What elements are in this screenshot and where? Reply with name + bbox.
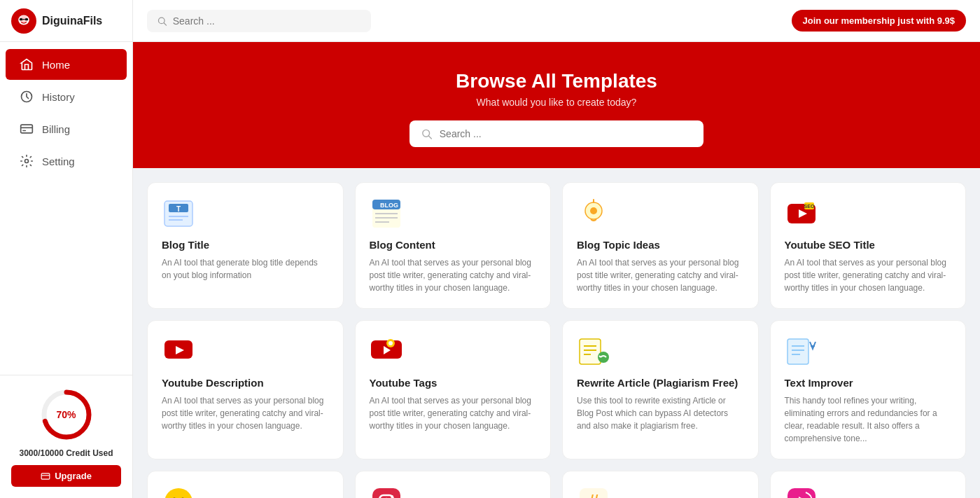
- card-desc-blog-title: An AI tool that generate blog title depe…: [162, 256, 329, 282]
- svg-rect-7: [21, 125, 33, 133]
- billing-icon: [20, 122, 34, 136]
- logo-text: DiguinaFils: [42, 15, 102, 27]
- template-card-instagram-hashtag[interactable]: # Instagram Hash Tag Generator An AI too…: [562, 471, 759, 498]
- card-title-youtube-tags: Youtube Tags: [370, 377, 537, 389]
- template-card-instagram-reel[interactable]: Instagram Post/Reel Idea An AI tool that…: [770, 471, 967, 498]
- sidebar-item-setting[interactable]: Setting: [6, 146, 127, 177]
- card-title-youtube-desc: Youtube Description: [162, 377, 329, 389]
- template-card-youtube-desc[interactable]: Youtube Description An AI tool that serv…: [147, 320, 344, 459]
- card-title-blog-content: Blog Content: [370, 239, 537, 251]
- svg-point-57: [164, 488, 192, 498]
- svg-rect-45: [580, 339, 601, 364]
- main-area: Join our membership just with 9.9$ Brows…: [133, 0, 980, 498]
- svg-point-50: [598, 352, 609, 363]
- svg-point-63: [391, 495, 393, 498]
- card-icon-youtube-desc: [162, 335, 195, 368]
- sidebar-item-home-label: Home: [42, 59, 70, 71]
- template-card-text-improver[interactable]: Text Improver This handy tool refines yo…: [770, 320, 967, 459]
- template-card-blog-content[interactable]: BLOG Blog Content An AI tool that serves…: [355, 182, 552, 309]
- card-icon-instagram-reel: [785, 485, 818, 498]
- card-icon-blog-title: T: [162, 197, 195, 230]
- sidebar-bottom: 70% 3000/10000 Credit Used Upgrade: [0, 375, 132, 498]
- templates-content: T Blog Title An AI tool that generate bl…: [133, 168, 980, 498]
- svg-text:#: #: [588, 490, 599, 498]
- template-card-youtube-seo[interactable]: SEO Youtube SEO Title An AI tool that se…: [770, 182, 967, 309]
- setting-icon: [20, 154, 34, 168]
- card-title-rewrite-article: Rewrite Article (Plagiarism Free): [577, 377, 744, 389]
- card-desc-youtube-seo: An AI tool that serves as your personal …: [785, 256, 952, 294]
- card-icon-blog-topic: [577, 197, 610, 230]
- svg-rect-60: [372, 488, 400, 498]
- card-desc-blog-topic: An AI tool that serves as your personal …: [577, 256, 744, 294]
- sidebar-item-setting-label: Setting: [42, 155, 75, 167]
- home-icon: [20, 57, 34, 71]
- card-icon-blog-content: BLOG: [370, 197, 403, 230]
- card-icon-add-emojis: [162, 485, 195, 498]
- template-card-rewrite-article[interactable]: Rewrite Article (Plagiarism Free) Use th…: [562, 320, 759, 459]
- template-card-add-emojis[interactable]: Add Emojis to Text An AI tool that serve…: [147, 471, 344, 498]
- sidebar-item-home[interactable]: Home: [6, 49, 127, 80]
- hero-search-container[interactable]: [410, 120, 704, 147]
- card-desc-youtube-tags: An AI tool that serves as your personal …: [370, 394, 537, 432]
- card-title-youtube-seo: Youtube SEO Title: [785, 239, 952, 251]
- template-card-blog-title[interactable]: T Blog Title An AI tool that generate bl…: [147, 182, 344, 309]
- logo-icon: [11, 8, 36, 34]
- svg-rect-3: [20, 18, 23, 20]
- svg-rect-4: [25, 18, 29, 20]
- sidebar-item-history-label: History: [42, 91, 75, 103]
- card-icon-youtube-tags: [370, 335, 403, 368]
- hero-search-icon: [421, 127, 433, 140]
- svg-point-34: [590, 207, 597, 214]
- card-desc-text-improver: This handy tool refines your writing, el…: [785, 394, 952, 445]
- history-icon: [20, 90, 34, 104]
- templates-grid: T Blog Title An AI tool that generate bl…: [147, 182, 966, 498]
- card-icon-instagram-hashtag: #: [577, 485, 610, 498]
- card-desc-rewrite-article: Use this tool to rewrite existing Articl…: [577, 394, 744, 432]
- hero-title: Browse All Templates: [147, 70, 966, 92]
- upgrade-icon: [41, 471, 50, 481]
- sidebar-item-history[interactable]: History: [6, 81, 127, 112]
- svg-line-18: [429, 136, 432, 139]
- logo: DiguinaFils: [0, 0, 132, 42]
- credit-ring: 70%: [38, 387, 94, 443]
- svg-text:T: T: [176, 205, 181, 213]
- template-card-instagram-post[interactable]: Instagram Post Generator An AI tool that…: [355, 471, 552, 498]
- svg-text:BLOG: BLOG: [380, 202, 398, 209]
- topbar-search-container[interactable]: [147, 10, 371, 32]
- card-title-text-improver: Text Improver: [785, 377, 952, 389]
- svg-point-44: [388, 341, 393, 345]
- card-title-blog-topic: Blog Topic Ideas: [577, 239, 744, 251]
- svg-rect-51: [788, 339, 808, 364]
- card-icon-rewrite-article: [577, 335, 610, 368]
- template-card-blog-topic[interactable]: Blog Topic Ideas An AI tool that serves …: [562, 182, 759, 309]
- template-card-youtube-tags[interactable]: Youtube Tags An AI tool that serves as y…: [355, 320, 552, 459]
- card-desc-youtube-desc: An AI tool that serves as your personal …: [162, 394, 329, 432]
- card-desc-blog-content: An AI tool that serves as your personal …: [370, 256, 537, 294]
- join-membership-button[interactable]: Join our membership just with 9.9$: [792, 10, 966, 32]
- card-title-blog-title: Blog Title: [162, 239, 329, 251]
- topbar: Join our membership just with 9.9$: [133, 0, 980, 42]
- hero-search-input[interactable]: [440, 128, 692, 139]
- svg-line-16: [164, 22, 166, 25]
- card-icon-instagram-post: [370, 485, 403, 498]
- card-icon-youtube-seo: SEO: [785, 197, 818, 230]
- svg-rect-13: [41, 473, 50, 478]
- sidebar-nav: Home History Billing Setting: [0, 42, 132, 375]
- upgrade-button[interactable]: Upgrade: [11, 465, 121, 487]
- hero-subtitle: What would you like to create today?: [147, 97, 966, 108]
- topbar-search-input[interactable]: [173, 15, 361, 27]
- sidebar-item-billing[interactable]: Billing: [6, 113, 127, 144]
- svg-text:SEO: SEO: [804, 204, 814, 209]
- credit-label: 3000/10000 Credit Used: [19, 448, 113, 458]
- svg-point-10: [25, 160, 29, 163]
- topbar-search-icon: [157, 15, 167, 27]
- hero-banner: Browse All Templates What would you like…: [133, 42, 980, 168]
- sidebar-item-billing-label: Billing: [42, 123, 70, 135]
- card-icon-text-improver: [785, 335, 818, 368]
- sidebar: DiguinaFils Home History Billi: [0, 0, 133, 498]
- upgrade-label: Upgrade: [55, 471, 92, 481]
- credit-percent: 70%: [56, 409, 76, 420]
